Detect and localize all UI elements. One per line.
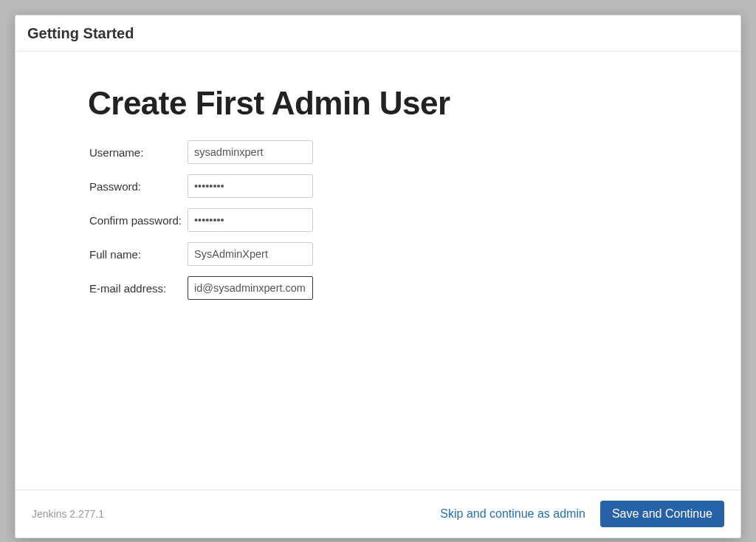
username-label: Username: bbox=[89, 135, 188, 169]
username-input[interactable] bbox=[188, 140, 313, 164]
setup-wizard-modal: Getting Started Create First Admin User … bbox=[15, 15, 741, 538]
admin-user-form: Username: Password: Confirm password: Fu… bbox=[89, 135, 313, 305]
modal-title: Getting Started bbox=[27, 25, 729, 42]
modal-header: Getting Started bbox=[16, 16, 740, 52]
email-input[interactable] bbox=[188, 276, 313, 300]
modal-body: Create First Admin User Username: Passwo… bbox=[16, 52, 740, 490]
modal-footer: Jenkins 2.277.1 Skip and continue as adm… bbox=[16, 490, 740, 538]
page-title: Create First Admin User bbox=[88, 85, 667, 122]
confirm-password-label: Confirm password: bbox=[89, 203, 188, 237]
version-label: Jenkins 2.277.1 bbox=[32, 508, 104, 520]
password-input[interactable] bbox=[188, 174, 313, 198]
fullname-label: Full name: bbox=[89, 237, 188, 271]
email-label: E-mail address: bbox=[89, 271, 188, 305]
skip-link[interactable]: Skip and continue as admin bbox=[440, 507, 585, 521]
footer-actions: Skip and continue as admin Save and Cont… bbox=[440, 501, 724, 527]
password-label: Password: bbox=[89, 169, 188, 203]
confirm-password-input[interactable] bbox=[188, 208, 313, 232]
save-continue-button[interactable]: Save and Continue bbox=[600, 501, 724, 527]
fullname-input[interactable] bbox=[188, 242, 313, 266]
